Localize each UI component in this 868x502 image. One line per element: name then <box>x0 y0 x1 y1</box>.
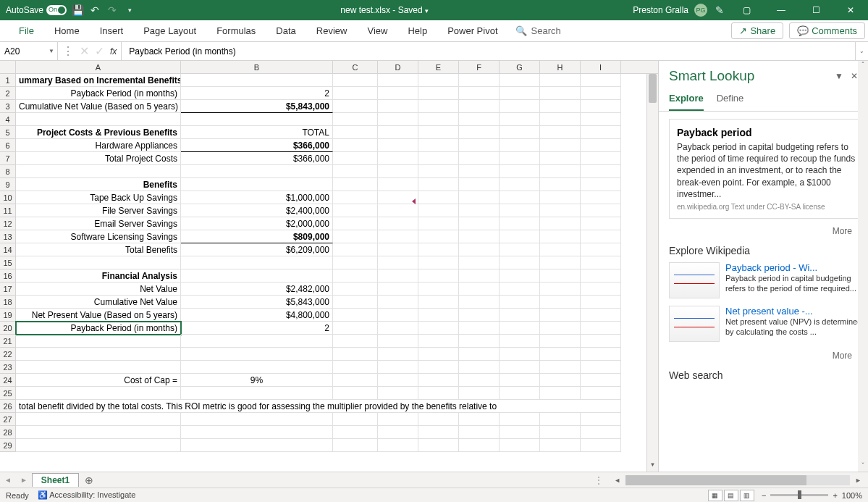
cell[interactable] <box>181 113 333 126</box>
cell[interactable] <box>500 374 540 387</box>
add-sheet-icon[interactable]: ⊕ <box>79 474 99 486</box>
cell[interactable] <box>581 204 621 217</box>
cell[interactable] <box>459 113 500 126</box>
cell[interactable] <box>459 74 500 87</box>
row-header[interactable]: 12 <box>0 217 16 230</box>
row-header[interactable]: 4 <box>0 113 16 126</box>
cell[interactable] <box>500 322 540 335</box>
cell[interactable] <box>540 204 581 217</box>
cell[interactable] <box>581 165 621 178</box>
cell[interactable] <box>540 374 581 387</box>
cell[interactable] <box>378 100 418 113</box>
cell[interactable] <box>378 178 418 191</box>
cell[interactable] <box>540 230 581 243</box>
cell[interactable] <box>500 139 540 152</box>
cell[interactable] <box>500 296 540 309</box>
row-header[interactable]: 17 <box>0 283 16 296</box>
cell[interactable]: $5,843,000 <box>181 100 333 113</box>
cell[interactable] <box>418 269 459 283</box>
cell[interactable] <box>581 256 621 269</box>
cell[interactable] <box>581 296 621 309</box>
row-header[interactable]: 15 <box>0 256 16 269</box>
cell[interactable] <box>540 387 581 400</box>
col-header-D[interactable]: D <box>378 61 418 73</box>
cell[interactable] <box>333 335 378 348</box>
cell[interactable] <box>500 126 540 139</box>
cell[interactable] <box>418 374 459 387</box>
cell[interactable]: Total Benefits <box>16 243 181 256</box>
cell[interactable]: TOTAL <box>181 126 333 139</box>
cell[interactable] <box>16 165 181 178</box>
accessibility-status[interactable]: ♿ Accessibility: Investigate <box>38 490 136 500</box>
cell[interactable] <box>181 269 333 283</box>
cell[interactable] <box>581 269 621 283</box>
tab-review[interactable]: Review <box>306 20 358 41</box>
cell[interactable] <box>378 165 418 178</box>
cell[interactable] <box>418 296 459 309</box>
cell[interactable] <box>333 204 378 217</box>
cell[interactable] <box>540 152 581 165</box>
cell[interactable] <box>16 413 181 426</box>
cell[interactable] <box>500 439 540 452</box>
cell[interactable] <box>378 283 418 296</box>
cell[interactable] <box>418 139 459 152</box>
cell[interactable] <box>540 165 581 178</box>
cell[interactable] <box>540 335 581 348</box>
cell[interactable] <box>540 426 581 439</box>
cell[interactable] <box>418 439 459 452</box>
cell[interactable] <box>581 87 621 100</box>
cell[interactable] <box>459 296 500 309</box>
cell[interactable] <box>378 87 418 100</box>
cell[interactable] <box>16 387 181 400</box>
cell[interactable] <box>378 139 418 152</box>
tell-me-search[interactable]: 🔍 Search <box>508 20 568 41</box>
cell[interactable] <box>540 283 581 296</box>
cell[interactable]: total benefit divided by the total costs… <box>16 400 621 413</box>
cell[interactable] <box>581 139 621 152</box>
cell[interactable] <box>459 152 500 165</box>
row-header[interactable]: 29 <box>0 439 16 452</box>
hscroll-left-icon[interactable]: ◄ <box>612 477 623 484</box>
tab-formulas[interactable]: Formulas <box>206 20 266 41</box>
cell[interactable] <box>418 283 459 296</box>
cell[interactable]: Cumulative Net Value (Based on 5 years) <box>16 100 181 113</box>
cell[interactable] <box>459 439 500 452</box>
cell[interactable] <box>418 74 459 87</box>
cell[interactable] <box>418 348 459 361</box>
cell[interactable] <box>540 348 581 361</box>
col-header-C[interactable]: C <box>333 61 378 73</box>
scroll-thumb[interactable] <box>649 74 657 103</box>
cell[interactable] <box>333 113 378 126</box>
pane-scrollbar[interactable]: ˆ ˇ <box>858 61 868 472</box>
cell[interactable]: $809,000 <box>181 230 333 243</box>
cell[interactable] <box>418 113 459 126</box>
cell[interactable] <box>500 413 540 426</box>
col-header-G[interactable]: G <box>500 61 540 73</box>
cell[interactable] <box>378 361 418 374</box>
zoom-level[interactable]: 100% <box>842 491 862 500</box>
cell[interactable] <box>378 243 418 256</box>
cell[interactable] <box>500 178 540 191</box>
pen-icon[interactable]: ✎ <box>713 4 726 17</box>
cell[interactable] <box>378 217 418 230</box>
cell[interactable] <box>540 113 581 126</box>
cell[interactable] <box>378 309 418 322</box>
cell[interactable] <box>333 309 378 322</box>
cell[interactable]: 2 <box>181 322 333 335</box>
row-header[interactable]: 6 <box>0 139 16 152</box>
cell[interactable] <box>418 191 459 204</box>
cell[interactable] <box>500 230 540 243</box>
cell[interactable] <box>581 374 621 387</box>
cell[interactable] <box>333 165 378 178</box>
cell[interactable] <box>540 100 581 113</box>
cell[interactable] <box>181 335 333 348</box>
cell[interactable] <box>459 126 500 139</box>
cell[interactable] <box>459 426 500 439</box>
vertical-scrollbar[interactable]: ▲ ▼ <box>646 74 658 472</box>
cell[interactable] <box>500 348 540 361</box>
zoom-slider[interactable] <box>770 494 828 496</box>
cell[interactable]: $2,482,000 <box>181 283 333 296</box>
cell[interactable] <box>333 348 378 361</box>
cell[interactable] <box>378 439 418 452</box>
cell[interactable] <box>459 165 500 178</box>
